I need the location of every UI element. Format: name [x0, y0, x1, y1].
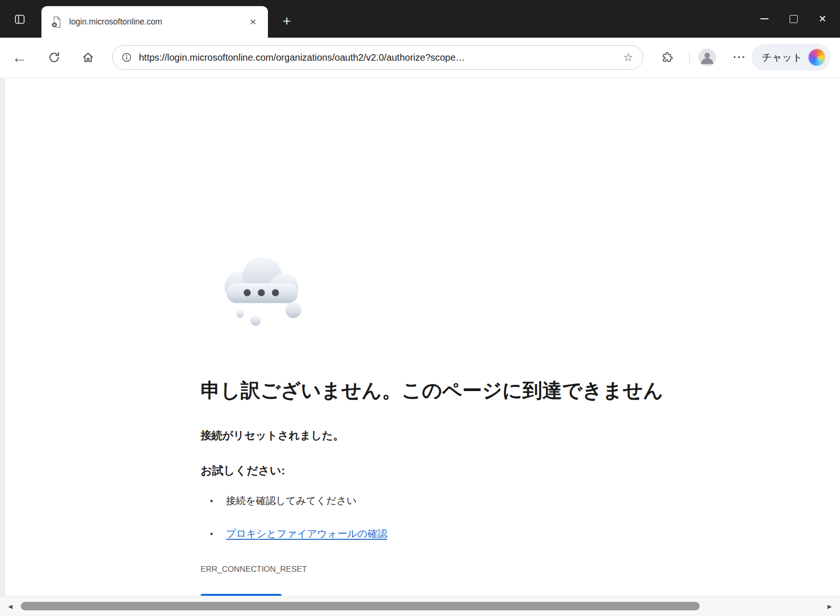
error-code: ERR_CONNECTION_RESET	[201, 565, 307, 574]
suggestion-text: 接続を確認してみてください	[226, 494, 356, 507]
home-button[interactable]	[78, 48, 98, 67]
suggestions-list: • 接続を確認してみてください • プロキシとファイアウォールの確認	[210, 494, 387, 560]
list-item: • プロキシとファイアウォールの確認	[210, 527, 387, 540]
suggestions-heading: お試しください:	[201, 463, 285, 478]
active-tab[interactable]: login.microsoftonline.com ✕	[41, 6, 268, 38]
home-icon	[81, 51, 95, 64]
minimize-icon	[760, 18, 768, 19]
tab-actions-button[interactable]	[10, 10, 29, 29]
tab-actions-icon	[14, 13, 26, 25]
refresh-icon	[48, 51, 61, 64]
tab-title: login.microsoftonline.com	[69, 17, 246, 27]
broken-page-icon	[50, 16, 63, 29]
error-message: 接続がリセットされました。	[201, 428, 344, 443]
cloud-illustration	[214, 253, 308, 329]
bullet-icon: •	[210, 529, 226, 539]
copilot-icon	[808, 49, 825, 66]
copilot-chat-button[interactable]: チャット	[751, 44, 831, 71]
toolbar-divider	[689, 51, 690, 64]
back-button[interactable]: ←	[9, 48, 29, 67]
bullet-icon: •	[210, 496, 226, 506]
scrollbar-track[interactable]	[21, 601, 819, 611]
list-item: • 接続を確認してみてください	[210, 494, 387, 507]
tab-close-button[interactable]: ✕	[246, 16, 260, 28]
maximize-icon	[790, 15, 798, 23]
chat-label: チャット	[762, 51, 802, 64]
horizontal-scrollbar[interactable]: ◄ ►	[0, 596, 840, 616]
extensions-icon[interactable]	[657, 48, 677, 68]
window-minimize-button[interactable]	[750, 0, 779, 38]
left-gutter	[0, 78, 5, 596]
window-close-button[interactable]: ✕	[808, 0, 837, 38]
scrollbar-thumb[interactable]	[21, 602, 700, 610]
tab-bar: login.microsoftonline.com ✕ + ✕	[0, 0, 840, 38]
scroll-right-arrow[interactable]: ►	[819, 602, 840, 610]
browser-window: login.microsoftonline.com ✕ + ✕ ←	[0, 0, 840, 616]
refresh-button[interactable]	[44, 48, 64, 67]
error-page: 申し訳ございません。このページに到達できません 接続がリセットされました。 お試…	[0, 78, 840, 596]
window-controls: ✕	[750, 0, 837, 38]
favorites-star-icon[interactable]: ☆	[621, 51, 635, 64]
more-menu-button[interactable]: ···	[729, 48, 751, 67]
profile-avatar[interactable]	[698, 48, 716, 66]
page-info-icon[interactable]	[121, 52, 132, 63]
scroll-left-arrow[interactable]: ◄	[0, 602, 21, 610]
address-bar[interactable]: https://login.microsoftonline.com/organi…	[112, 45, 643, 70]
error-title: 申し訳ございません。このページに到達できません	[201, 377, 663, 404]
url-text: https://login.microsoftonline.com/organi…	[139, 52, 621, 63]
navigation-toolbar: ←	[0, 38, 840, 78]
window-maximize-button[interactable]	[779, 0, 808, 38]
new-tab-button[interactable]: +	[277, 11, 297, 31]
proxy-firewall-link[interactable]: プロキシとファイアウォールの確認	[226, 527, 387, 540]
